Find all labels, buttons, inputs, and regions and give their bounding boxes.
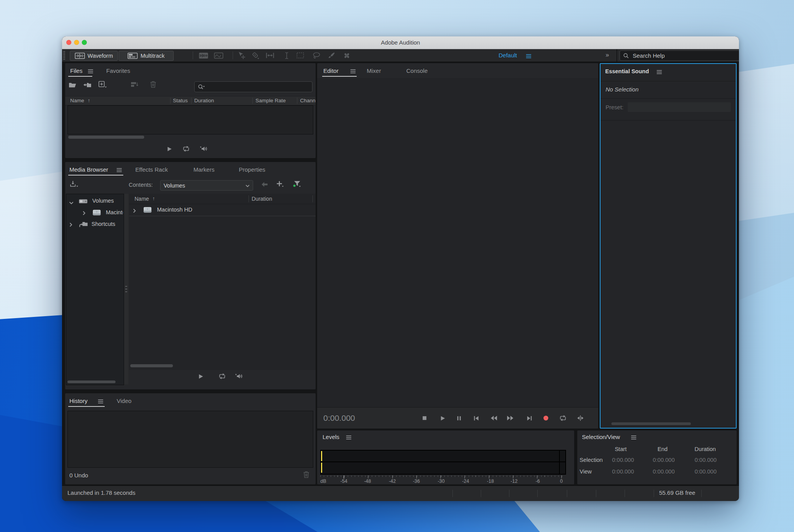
media-browser-panel-menu-icon[interactable] [116, 167, 122, 174]
rewind-button[interactable] [490, 414, 498, 422]
selection-view-title[interactable]: Selection/View [582, 434, 620, 440]
view-end-value[interactable]: 0:00.000 [653, 468, 675, 475]
files-panel-menu-icon[interactable] [88, 68, 93, 75]
spot-healing-brush-tool[interactable] [342, 51, 352, 60]
move-tool[interactable] [236, 51, 247, 60]
history-list-empty[interactable] [67, 411, 313, 468]
slip-tool[interactable] [265, 51, 275, 60]
media-play-button[interactable] [196, 372, 205, 380]
chevron-collapsed-icon[interactable] [69, 222, 72, 229]
history-panel-menu-icon[interactable] [98, 398, 104, 405]
skip-selection-button[interactable] [576, 414, 585, 422]
column-header-duration[interactable]: Duration [194, 98, 214, 103]
media-auto-play-button[interactable] [235, 372, 243, 380]
column-separator[interactable] [191, 98, 192, 104]
tab-console[interactable]: Console [406, 67, 428, 74]
tab-editor[interactable]: Editor [323, 67, 338, 74]
multitrack-editor-button[interactable]: Multitrack [119, 51, 174, 61]
selection-end-value[interactable]: 0:00.000 [653, 457, 675, 463]
play-button[interactable] [438, 414, 447, 422]
toolbar-overflow-button[interactable]: » [606, 52, 608, 59]
files-horizontal-scrollbar[interactable] [68, 136, 144, 139]
media-loop-playback-button[interactable] [218, 372, 226, 380]
tree-item-macintosh-hd[interactable]: Macintosh HD [66, 207, 123, 218]
insert-into-multitrack-button[interactable] [131, 81, 139, 88]
tab-mixer[interactable]: Mixer [367, 67, 381, 74]
tree-item-shortcuts[interactable]: Shortcuts [66, 219, 123, 230]
selection-duration-value[interactable]: 0:00.000 [695, 457, 716, 463]
filter-button[interactable] [293, 181, 301, 188]
essential-sound-panel-menu-icon[interactable] [656, 69, 662, 76]
import-media-button[interactable] [70, 181, 79, 188]
workspace-selector[interactable]: Default [499, 52, 517, 59]
add-shortcut-button[interactable] [276, 181, 284, 188]
fast-forward-button[interactable] [506, 414, 514, 422]
files-list-empty[interactable] [67, 105, 313, 134]
tab-effects-rack[interactable]: Effects Rack [135, 166, 168, 173]
column-header-channels[interactable]: Channels [300, 98, 316, 103]
lasso-selection-tool[interactable] [311, 51, 321, 60]
essential-sound-horizontal-scrollbar[interactable] [611, 422, 691, 425]
chevron-expanded-icon[interactable] [69, 199, 74, 206]
tree-item-volumes[interactable]: Volumes [66, 196, 123, 207]
workspace-menu-icon[interactable] [526, 53, 532, 60]
column-separator[interactable] [297, 98, 297, 104]
tree-list-splitter[interactable] [124, 194, 128, 384]
import-file-button[interactable] [83, 82, 91, 88]
loop-playback-button[interactable] [559, 414, 567, 422]
essential-sound-title[interactable]: Essential Sound [605, 68, 649, 74]
column-header-sample-rate[interactable]: Sample Rate [255, 98, 286, 103]
time-display[interactable]: 0:00.000 [323, 413, 355, 423]
levels-panel-menu-icon[interactable] [346, 434, 352, 441]
record-button[interactable] [542, 414, 550, 422]
marquee-selection-tool[interactable] [295, 51, 305, 60]
spectral-display-button[interactable] [214, 51, 224, 60]
column-separator[interactable] [170, 98, 171, 104]
column-separator[interactable] [249, 195, 249, 202]
files-search-box[interactable] [194, 81, 312, 92]
close-files-button[interactable] [150, 81, 156, 88]
go-to-start-button[interactable] [472, 414, 480, 422]
tab-history[interactable]: History [69, 398, 88, 404]
clear-history-button[interactable] [303, 471, 309, 478]
stop-button[interactable] [420, 414, 429, 422]
editor-canvas-empty[interactable] [317, 78, 598, 407]
column-separator[interactable] [312, 195, 313, 202]
tab-video[interactable]: Video [117, 398, 131, 404]
tree-horizontal-scrollbar[interactable] [67, 380, 116, 383]
go-to-end-button[interactable] [525, 414, 533, 422]
files-auto-play-button[interactable] [200, 145, 208, 153]
files-search-input[interactable] [208, 83, 309, 91]
contents-dropdown[interactable]: Volumes [160, 180, 253, 191]
tab-properties[interactable]: Properties [239, 166, 265, 173]
new-file-button[interactable] [98, 81, 107, 88]
selection-start-value[interactable]: 0:00.000 [612, 457, 634, 463]
titlebar[interactable]: Adobe Audition [62, 36, 739, 49]
time-selection-tool[interactable] [281, 51, 292, 60]
open-file-button[interactable] [69, 82, 76, 88]
tab-markers[interactable]: Markers [193, 166, 214, 173]
view-start-value[interactable]: 0:00.000 [612, 468, 634, 475]
editor-panel-menu-icon[interactable] [350, 68, 356, 75]
tab-favorites[interactable]: Favorites [106, 67, 130, 74]
chevron-collapsed-icon[interactable] [83, 210, 86, 217]
column-separator[interactable] [252, 98, 253, 104]
chevron-collapsed-icon[interactable] [133, 208, 136, 215]
waveform-display-button[interactable] [198, 51, 209, 60]
selection-view-panel-menu-icon[interactable] [631, 434, 637, 441]
column-header-name[interactable]: Name [135, 196, 149, 202]
paintbrush-selection-tool[interactable] [326, 51, 336, 60]
levels-title[interactable]: Levels [323, 434, 339, 440]
back-button[interactable] [261, 182, 268, 187]
column-header-name[interactable]: Name [70, 98, 84, 103]
tab-files[interactable]: Files [70, 67, 83, 74]
tab-media-browser[interactable]: Media Browser [69, 166, 108, 173]
waveform-editor-button[interactable]: Waveform [70, 51, 118, 61]
media-list-horizontal-scrollbar[interactable] [130, 364, 173, 367]
media-list-row-macintosh-hd[interactable]: Macintosh HD [129, 204, 316, 216]
help-search-input[interactable] [632, 52, 737, 59]
column-header-status[interactable]: Status [173, 98, 188, 103]
razor-tool[interactable] [250, 51, 261, 60]
help-search-box[interactable] [620, 50, 739, 61]
pause-button[interactable] [455, 414, 463, 422]
